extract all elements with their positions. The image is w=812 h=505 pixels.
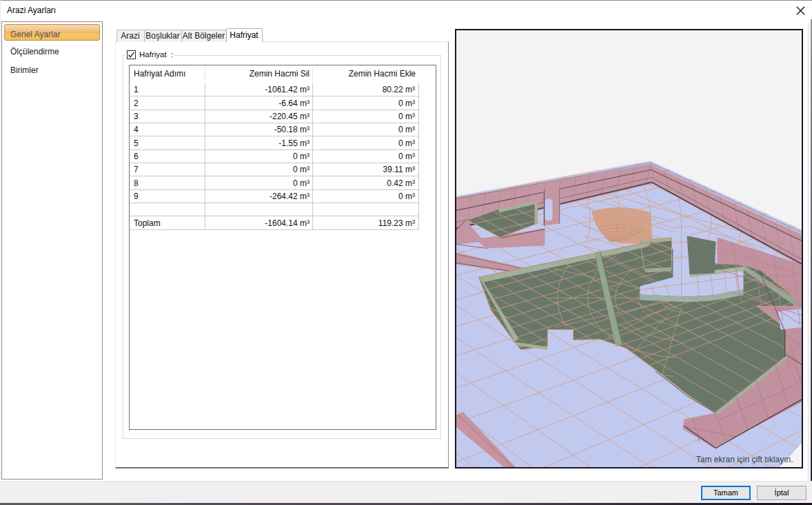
svg-text:Tam ekran için çift tıklayın.: Tam ekran için çift tıklayın.	[696, 454, 793, 464]
